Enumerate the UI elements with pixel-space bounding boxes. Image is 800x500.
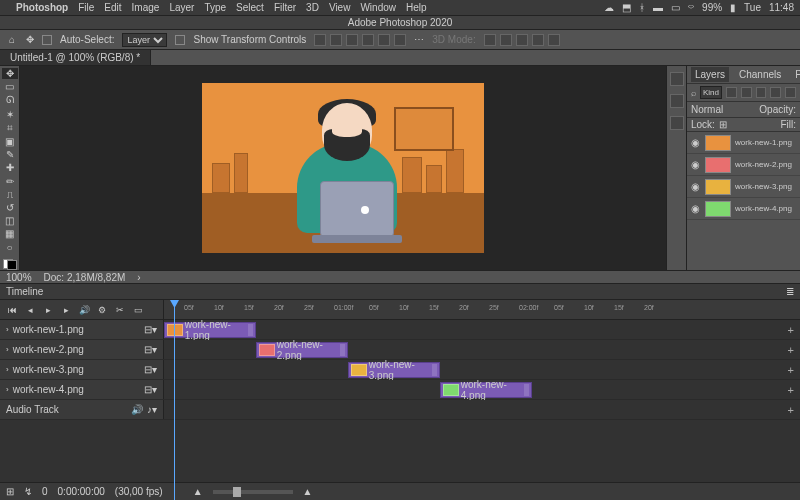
more-icon[interactable]: ⋯ (414, 34, 424, 45)
search-icon[interactable]: ⌕ (691, 88, 696, 98)
marquee-tool[interactable]: ▭ (2, 81, 18, 92)
show-transform-checkbox[interactable] (175, 35, 185, 45)
track-header[interactable]: › work-new-3.png ⊟▾ (0, 360, 164, 379)
filter-smart-icon[interactable] (785, 87, 796, 98)
layer-row[interactable]: ◉ work-new-1.png (687, 132, 800, 154)
color-swatches[interactable] (3, 259, 17, 270)
align-bottom-icon[interactable] (394, 34, 406, 46)
track-filmstrip-icon[interactable]: ⊟▾ (144, 344, 157, 355)
eraser-tool[interactable]: ◫ (2, 215, 18, 226)
clip-handle[interactable] (524, 384, 529, 396)
go-to-first-frame-button[interactable]: ⏮ (6, 304, 18, 316)
play-button[interactable]: ▸ (42, 304, 54, 316)
zoom-level[interactable]: 100% (6, 272, 32, 283)
add-media-button[interactable]: + (788, 384, 794, 396)
track-filmstrip-icon[interactable]: ⊟▾ (144, 324, 157, 335)
tab-layers[interactable]: Layers (691, 67, 729, 82)
align-right-icon[interactable] (346, 34, 358, 46)
track-header[interactable]: › work-new-2.png ⊟▾ (0, 340, 164, 359)
chevron-right-icon[interactable]: › (6, 365, 9, 374)
video-clip[interactable]: work-new-2.png (256, 342, 348, 358)
doc-size[interactable]: Doc: 2,18M/8,82M (44, 272, 126, 283)
filter-shape-icon[interactable] (770, 87, 781, 98)
menu-view[interactable]: View (329, 2, 351, 13)
visibility-icon[interactable]: ◉ (691, 137, 701, 148)
tab-paths[interactable]: Paths (791, 67, 800, 82)
timeline-ruler[interactable]: 05f 10f 15f 20f 25f 01:00f 05f 10f 15f 2… (164, 300, 800, 319)
chevron-right-icon[interactable]: › (137, 272, 140, 283)
wand-tool[interactable]: ✶ (2, 108, 18, 119)
menu-3d[interactable]: 3D (306, 2, 319, 13)
menu-layer[interactable]: Layer (169, 2, 194, 13)
zoom-out-icon[interactable]: ▲ (193, 486, 203, 497)
document-tab[interactable]: Untitled-1 @ 100% (RGB/8) * (0, 50, 151, 65)
playhead[interactable] (174, 300, 175, 500)
document-canvas[interactable] (202, 83, 484, 253)
convert-frames-icon[interactable]: ⊞ (6, 486, 14, 497)
3d-zoom-icon[interactable] (548, 34, 560, 46)
clip-handle[interactable] (248, 324, 253, 336)
clip-handle[interactable] (340, 344, 345, 356)
blur-tool[interactable]: ○ (2, 242, 18, 253)
menu-edit[interactable]: Edit (104, 2, 121, 13)
menu-help[interactable]: Help (406, 2, 427, 13)
filter-pixel-icon[interactable] (726, 87, 737, 98)
align-center-v-icon[interactable] (378, 34, 390, 46)
next-frame-button[interactable]: ▸ (60, 304, 72, 316)
track-header[interactable]: › work-new-4.png ⊟▾ (0, 380, 164, 399)
layer-thumbnail[interactable] (705, 157, 731, 173)
lasso-tool[interactable]: ᘏ (2, 94, 18, 106)
move-tool[interactable]: ✥ (2, 68, 18, 79)
menu-type[interactable]: Type (204, 2, 226, 13)
app-menu[interactable]: Photoshop (16, 2, 68, 13)
timeline-tab[interactable]: Timeline (6, 286, 43, 297)
libraries-panel-icon[interactable] (670, 116, 684, 130)
gradient-tool[interactable]: ▦ (2, 228, 18, 239)
auto-select-checkbox[interactable] (42, 35, 52, 45)
track-filmstrip-icon[interactable]: ⊟▾ (144, 384, 157, 395)
filter-type-icon[interactable] (756, 87, 767, 98)
menu-select[interactable]: Select (236, 2, 264, 13)
layer-row[interactable]: ◉ work-new-3.png (687, 176, 800, 198)
zoom-slider[interactable] (213, 490, 293, 494)
frame-tool[interactable]: ▣ (2, 136, 18, 147)
video-clip[interactable]: work-new-3.png (348, 362, 440, 378)
3d-orbit-icon[interactable] (484, 34, 496, 46)
tab-channels[interactable]: Channels (735, 67, 785, 82)
menu-window[interactable]: Window (360, 2, 396, 13)
swatches-panel-icon[interactable] (670, 94, 684, 108)
fps-label[interactable]: (30,00 fps) (115, 486, 163, 497)
add-media-button[interactable]: + (788, 344, 794, 356)
chevron-right-icon[interactable]: › (6, 325, 9, 334)
filter-adjust-icon[interactable] (741, 87, 752, 98)
add-media-button[interactable]: + (788, 324, 794, 336)
video-clip[interactable]: work-new-4.png (440, 382, 532, 398)
brush-tool[interactable]: ✏ (2, 175, 18, 186)
lock-all-icon[interactable]: ⊞ (719, 119, 727, 130)
visibility-icon[interactable]: ◉ (691, 181, 701, 192)
auto-select-dropdown[interactable]: Layer (122, 33, 167, 47)
audio-icon[interactable]: 🔊 (131, 404, 143, 415)
visibility-icon[interactable]: ◉ (691, 159, 701, 170)
track-filmstrip-icon[interactable]: ⊟▾ (144, 364, 157, 375)
history-brush-tool[interactable]: ↺ (2, 202, 18, 213)
align-center-h-icon[interactable] (330, 34, 342, 46)
music-note-icon[interactable]: ♪▾ (147, 404, 157, 415)
eyedropper-tool[interactable]: ✎ (2, 149, 18, 160)
chevron-right-icon[interactable]: › (6, 345, 9, 354)
blend-mode-dropdown[interactable]: Normal (691, 104, 723, 115)
render-icon[interactable]: ↯ (24, 486, 32, 497)
layer-row[interactable]: ◉ work-new-4.png (687, 198, 800, 220)
layer-thumbnail[interactable] (705, 201, 731, 217)
menu-filter[interactable]: Filter (274, 2, 296, 13)
align-left-icon[interactable] (314, 34, 326, 46)
move-tool-icon[interactable]: ✥ (26, 34, 34, 45)
filter-kind-dropdown[interactable]: Kind (700, 86, 722, 99)
stamp-tool[interactable]: ⎍ (2, 189, 18, 200)
track-header[interactable]: Audio Track 🔊 ♪▾ (0, 400, 164, 419)
menu-file[interactable]: File (78, 2, 94, 13)
current-time[interactable]: 0:00:00:00 (58, 486, 105, 497)
3d-slide-icon[interactable] (532, 34, 544, 46)
layer-thumbnail[interactable] (705, 179, 731, 195)
track-header[interactable]: › work-new-1.png ⊟▾ (0, 320, 164, 339)
